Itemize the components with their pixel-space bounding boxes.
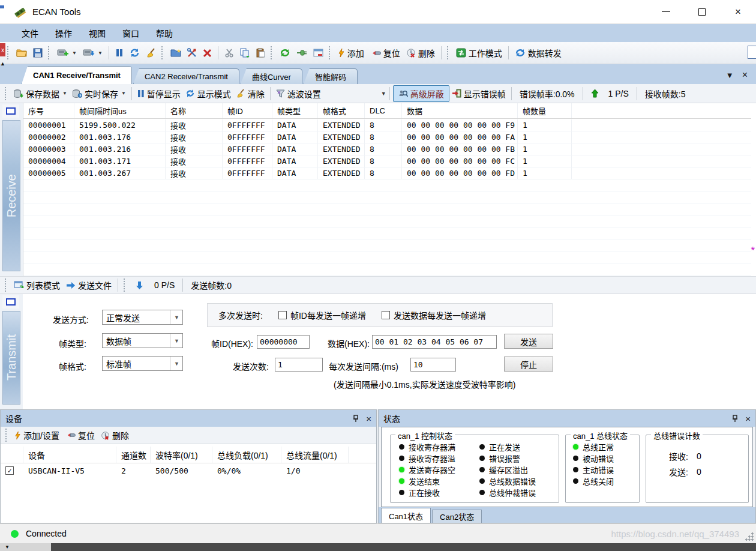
tab-can2-receive-transmit[interactable]: CAN2 Receive/Transmit bbox=[133, 68, 239, 84]
menu-help[interactable]: 帮助 bbox=[148, 25, 181, 41]
sync-button[interactable] bbox=[277, 46, 293, 59]
column-header[interactable]: 帧ID bbox=[223, 103, 272, 118]
table-row[interactable]: 00000004001.003.171接收0FFFFFFFDATAEXTENDE… bbox=[23, 155, 751, 167]
tools-button[interactable] bbox=[184, 46, 200, 59]
grip-handle[interactable] bbox=[447, 46, 451, 59]
minimize-window-button[interactable] bbox=[310, 47, 326, 59]
column-header[interactable]: 帧数量 bbox=[518, 103, 572, 118]
delete-toolbar-button[interactable]: 删除 bbox=[403, 45, 438, 61]
filter-settings-button[interactable]: 滤波设置 bbox=[274, 86, 323, 101]
menu-window[interactable]: 窗口 bbox=[114, 25, 148, 41]
interval-input[interactable] bbox=[410, 358, 456, 372]
column-header[interactable]: 设备 bbox=[23, 447, 116, 463]
receive-side-tab[interactable]: Receive bbox=[2, 120, 20, 271]
column-header[interactable]: 数据 bbox=[402, 103, 518, 118]
reset-toolbar-button[interactable]: 复位 bbox=[367, 45, 403, 61]
send-button[interactable]: 发送 bbox=[504, 334, 553, 349]
tab-list-dropdown-icon[interactable]: ▼ bbox=[726, 71, 734, 80]
grip-handle[interactable] bbox=[7, 46, 11, 59]
column-header[interactable]: 总线负载(0/1) bbox=[212, 447, 281, 463]
send-file-button[interactable]: 发送文件 bbox=[63, 277, 115, 293]
new-project-button[interactable] bbox=[167, 46, 184, 59]
data-hex-input[interactable] bbox=[372, 335, 497, 349]
tab-curve[interactable]: 曲线Curver bbox=[241, 68, 302, 84]
grip-handle[interactable] bbox=[5, 429, 9, 442]
connect-device-button[interactable]: ▼ bbox=[54, 46, 80, 59]
menu-view[interactable]: 视图 bbox=[80, 25, 114, 41]
column-header[interactable]: 序号 bbox=[23, 103, 74, 118]
tab-close-icon[interactable]: × bbox=[742, 70, 748, 80]
data-forward-button[interactable]: 数据转发 bbox=[512, 45, 565, 61]
stop-button[interactable]: 停止 bbox=[504, 357, 553, 372]
maximize-button[interactable] bbox=[684, 0, 720, 23]
device-enabled-checkbox[interactable]: ✓ bbox=[5, 466, 14, 475]
realtime-save-button[interactable]: 实时保存 ▼ bbox=[70, 86, 128, 101]
column-header[interactable]: 总线流量(0/1) bbox=[281, 447, 349, 463]
inc-data-checkbox[interactable] bbox=[382, 311, 390, 319]
send-count-input[interactable] bbox=[275, 358, 323, 372]
grip-handle[interactable] bbox=[48, 46, 52, 59]
column-header[interactable]: 帧间隔时间us bbox=[74, 103, 166, 118]
grip-handle[interactable] bbox=[124, 279, 127, 292]
open-file-button[interactable] bbox=[13, 46, 30, 59]
menu-operate[interactable]: 操作 bbox=[47, 25, 80, 41]
pause-button[interactable] bbox=[112, 46, 127, 59]
grip-handle[interactable] bbox=[161, 46, 165, 59]
close-panel-icon[interactable]: × bbox=[745, 414, 751, 424]
tab-can1-receive-transmit[interactable]: CAN1 Receive/Transmit bbox=[22, 66, 132, 84]
table-row[interactable]: 00000002001.003.176接收0FFFFFFFDATAEXTENDE… bbox=[23, 131, 751, 143]
add-device-button[interactable]: 添加 bbox=[335, 45, 367, 61]
transmit-side-tab[interactable]: Transmit bbox=[2, 311, 20, 405]
save-button[interactable] bbox=[30, 46, 46, 59]
show-error-frames-button[interactable]: 显示错误帧 bbox=[449, 86, 508, 101]
reset-device-button[interactable]: ▼ bbox=[80, 46, 106, 59]
device-delete-button[interactable]: 删除 bbox=[98, 427, 132, 443]
inc-data-checkbox-row[interactable]: 发送数据每发送一帧递增 bbox=[382, 309, 486, 321]
clear-button[interactable]: 清除 bbox=[233, 86, 267, 101]
frame-format-select[interactable]: 标准帧 ▼ bbox=[102, 356, 183, 371]
column-header[interactable]: 帧类型 bbox=[272, 103, 318, 118]
minimize-button[interactable] bbox=[648, 0, 684, 23]
display-mode-button[interactable]: 显示模式 bbox=[183, 86, 233, 101]
clean-button[interactable] bbox=[143, 46, 159, 59]
menu-file[interactable]: 文件 bbox=[13, 25, 47, 41]
delete-x-button[interactable] bbox=[200, 47, 215, 59]
grip-handle[interactable] bbox=[271, 46, 274, 59]
inc-id-checkbox[interactable] bbox=[278, 311, 287, 319]
column-header[interactable]: 名称 bbox=[166, 103, 223, 118]
refresh-button[interactable] bbox=[127, 46, 143, 59]
grip-handle[interactable] bbox=[329, 46, 332, 59]
column-header[interactable]: DLC bbox=[365, 103, 402, 118]
tab-smart-decode[interactable]: 智能解码 bbox=[304, 68, 358, 84]
pin-icon[interactable] bbox=[353, 415, 359, 423]
column-header[interactable]: 波特率(0/1) bbox=[151, 447, 212, 463]
table-row[interactable]: 00000005001.003.267接收0FFFFFFFDATAEXTENDE… bbox=[23, 167, 751, 179]
cut-button[interactable] bbox=[221, 46, 237, 59]
advanced-mask-button[interactable]: 高级屏蔽 bbox=[393, 85, 449, 102]
save-data-button[interactable]: 保存数据 ▼ bbox=[11, 86, 70, 101]
tab-can2-status[interactable]: Can2状态 bbox=[432, 510, 482, 523]
table-row[interactable]: 000000015199.500.022接收0FFFFFFFDATAEXTEND… bbox=[23, 119, 751, 131]
pin-icon[interactable] bbox=[732, 415, 738, 423]
column-header[interactable]: 帧格式 bbox=[318, 103, 365, 118]
resize-grip[interactable] bbox=[745, 532, 754, 541]
pause-display-button[interactable]: 暂停显示 bbox=[135, 86, 183, 101]
close-panel-icon[interactable]: × bbox=[366, 414, 371, 424]
device-add-setup-button[interactable]: 添加/设置 bbox=[11, 427, 62, 443]
copy-button[interactable] bbox=[237, 46, 253, 59]
receive-corner-toggle[interactable] bbox=[2, 104, 19, 118]
close-button[interactable]: × bbox=[720, 0, 756, 23]
transmit-corner-toggle[interactable] bbox=[2, 295, 19, 309]
device-reset-button[interactable]: 复位 bbox=[62, 427, 98, 443]
list-mode-button[interactable]: 列表模式 bbox=[11, 277, 63, 293]
grip-handle[interactable] bbox=[5, 279, 8, 292]
tab-can1-status[interactable]: Can1状态 bbox=[381, 508, 431, 523]
column-header[interactable]: 通道数 bbox=[116, 447, 151, 463]
grip-handle[interactable] bbox=[5, 87, 8, 100]
work-mode-button[interactable]: 工作模式 bbox=[453, 45, 505, 61]
frame-id-input[interactable] bbox=[257, 335, 310, 349]
inc-id-checkbox-row[interactable]: 帧ID每发送一帧递增 bbox=[278, 309, 366, 321]
filter-dropdown-icon[interactable]: ▼ bbox=[381, 91, 386, 97]
table-row[interactable]: 00000003001.003.216接收0FFFFFFFDATAEXTENDE… bbox=[23, 143, 751, 155]
frame-type-select[interactable]: 数据帧 ▼ bbox=[102, 333, 183, 348]
